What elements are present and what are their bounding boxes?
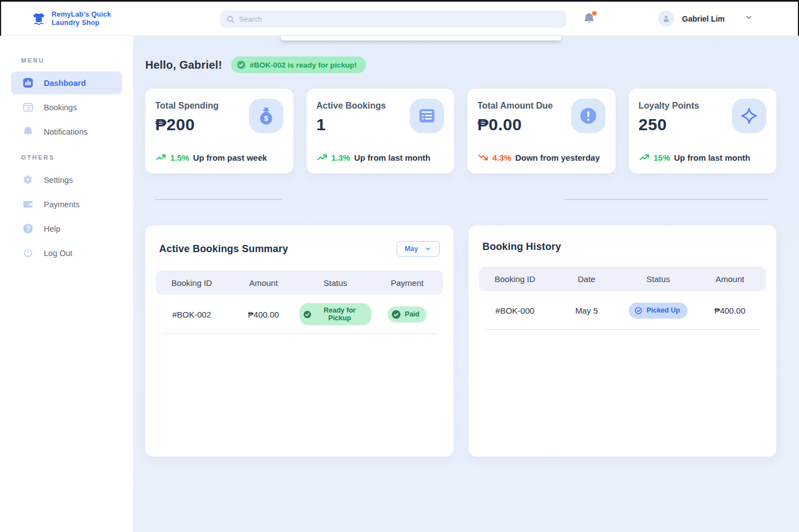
sidebar-others-label: OTHERS <box>21 154 133 161</box>
payment-badge: Paid <box>388 306 426 323</box>
stat-trend: 15% Up from last month <box>639 152 751 163</box>
settings-icon <box>22 174 34 186</box>
help-icon <box>22 223 34 235</box>
column-header: Date <box>551 274 622 284</box>
date-cell: May 5 <box>551 306 622 315</box>
column-header: Status <box>623 274 694 284</box>
sidebar-item-logout[interactable]: Log Out <box>11 242 122 264</box>
month-filter-value: May <box>405 245 418 253</box>
amount-cell: ₱400.00 <box>694 306 766 315</box>
sidebar-item-help[interactable]: Help <box>11 217 122 240</box>
trend-down-icon <box>477 152 488 163</box>
divider-line <box>155 199 282 200</box>
check-circle-outline-icon <box>634 306 643 315</box>
laundry-shirt-logo-icon <box>32 12 46 26</box>
stat-card-loyalty-points: Loyalty Points 250 15% Up from last mont… <box>629 89 777 173</box>
stat-card-total-amount-due: Total Amount Due ₱0.00 4.3% Down from ye… <box>467 89 615 173</box>
sidebar-item-bookings[interactable]: Bookings <box>11 96 122 119</box>
stat-trend: 1.3% Up from last month <box>317 152 431 163</box>
stat-trend: 1.5% Up from past week <box>155 152 267 163</box>
stat-trend: 4.3% Down from yesterday <box>477 152 600 163</box>
search-icon <box>226 15 235 23</box>
search-bar[interactable] <box>220 11 566 28</box>
pickup-ready-text: #BOK-002 is ready for pickup! <box>250 61 357 69</box>
table-row[interactable]: #BOK-000 May 5 Picked Up ₱400.00 <box>479 291 766 330</box>
month-filter-dropdown[interactable]: May <box>396 241 440 257</box>
table-header-row: Booking ID Date Status Amount <box>479 267 766 291</box>
sidebar-item-label: Help <box>44 224 60 233</box>
brand-name: RemyLab's Quick Laundry Shop <box>52 11 111 27</box>
main-content: Hello, Gabriel! #BOK-002 is ready for pi… <box>133 36 799 532</box>
avatar-person-icon <box>661 14 671 23</box>
booking-list-icon <box>410 99 444 133</box>
column-header: Booking ID <box>479 274 551 284</box>
active-bookings-summary-panel: Active Bookings Summary May Booking ID A… <box>145 226 454 457</box>
payments-icon <box>22 198 34 211</box>
status-badge: Ready for Pickup <box>299 303 371 325</box>
trend-text: Up from last month <box>354 153 431 162</box>
sparkle-icon <box>732 99 766 133</box>
bookings-icon <box>22 101 34 114</box>
chevron-down-icon <box>425 245 431 252</box>
trend-up-icon <box>155 152 166 163</box>
column-header: Booking ID <box>156 278 228 288</box>
page-greeting: Hello, Gabriel! <box>145 59 222 71</box>
check-circle-icon <box>303 310 312 319</box>
sidebar-item-notifications[interactable]: Notifications <box>11 120 122 143</box>
money-bag-icon: $ <box>249 99 283 133</box>
stat-card-total-spending: Total Spending ₱200 $ 1.5% Up from pa <box>145 89 293 173</box>
booking-history-panel: Booking History Booking ID Date Status A… <box>469 226 776 457</box>
sidebar-item-label: Dashboard <box>44 79 86 88</box>
trend-percent: 15% <box>654 153 670 162</box>
pickup-ready-badge: #BOK-002 is ready for pickup! <box>231 57 367 73</box>
brand[interactable]: RemyLab's Quick Laundry Shop <box>32 11 111 27</box>
section-dividers <box>145 173 776 226</box>
booking-id-cell: #BOK-000 <box>479 306 551 315</box>
search-input[interactable] <box>239 11 566 28</box>
notifications-icon <box>22 126 34 138</box>
search-dropdown-edge <box>281 36 561 40</box>
trend-text: Down from yesterday <box>515 153 600 162</box>
sidebar-menu-label: MENU <box>21 57 133 64</box>
sidebar-item-payments[interactable]: Payments <box>11 193 122 216</box>
column-header: Amount <box>228 278 300 288</box>
sidebar-item-label: Notifications <box>44 127 88 136</box>
sidebar-item-label: Payments <box>44 200 79 209</box>
sidebar-item-label: Bookings <box>44 103 77 112</box>
svg-text:$: $ <box>264 114 268 122</box>
booking-id-cell: #BOK-002 <box>156 310 228 319</box>
stat-card-active-bookings: Active Bookings 1 1. <box>307 89 455 173</box>
trend-text: Up from last month <box>674 153 751 162</box>
trend-up-icon <box>317 152 328 163</box>
top-header: RemyLab's Quick Laundry Shop Gabriel Lim <box>0 2 799 36</box>
divider-line <box>564 199 768 200</box>
status-badge: Picked Up <box>629 303 688 319</box>
check-circle-icon <box>237 60 246 69</box>
check-circle-icon <box>391 310 401 319</box>
sidebar-item-label: Settings <box>44 176 73 185</box>
table-row[interactable]: #BOK-002 ₱400.00 Ready for Pickup <box>156 295 443 334</box>
booking-history-table: Booking ID Date Status Amount #BOK-000 M… <box>479 267 766 330</box>
user-menu[interactable]: Gabriel Lim <box>658 11 753 27</box>
notification-dot <box>592 11 597 16</box>
sidebar: MENU Dashboard <box>0 36 133 532</box>
panel-title: Booking History <box>482 241 561 253</box>
active-bookings-table: Booking ID Amount Status Payment #BOK-00… <box>156 270 443 334</box>
sidebar-item-label: Log Out <box>44 249 73 258</box>
amount-cell: ₱400.00 <box>228 310 300 319</box>
column-header: Payment <box>371 278 444 288</box>
avatar <box>658 11 674 27</box>
notifications-bell-button[interactable] <box>583 12 596 27</box>
trend-percent: 1.3% <box>332 153 350 162</box>
column-header: Amount <box>694 274 766 284</box>
table-header-row: Booking ID Amount Status Payment <box>156 270 443 295</box>
trend-percent: 1.5% <box>170 153 189 162</box>
trend-percent: 4.3% <box>492 153 511 162</box>
alert-circle-icon <box>571 99 605 133</box>
dashboard-icon <box>22 77 34 89</box>
sidebar-item-dashboard[interactable]: Dashboard <box>11 71 122 94</box>
stat-cards: Total Spending ₱200 $ 1.5% Up from pa <box>145 89 776 173</box>
sidebar-item-settings[interactable]: Settings <box>11 168 122 191</box>
chevron-down-icon <box>745 13 753 24</box>
column-header: Status <box>299 278 371 288</box>
